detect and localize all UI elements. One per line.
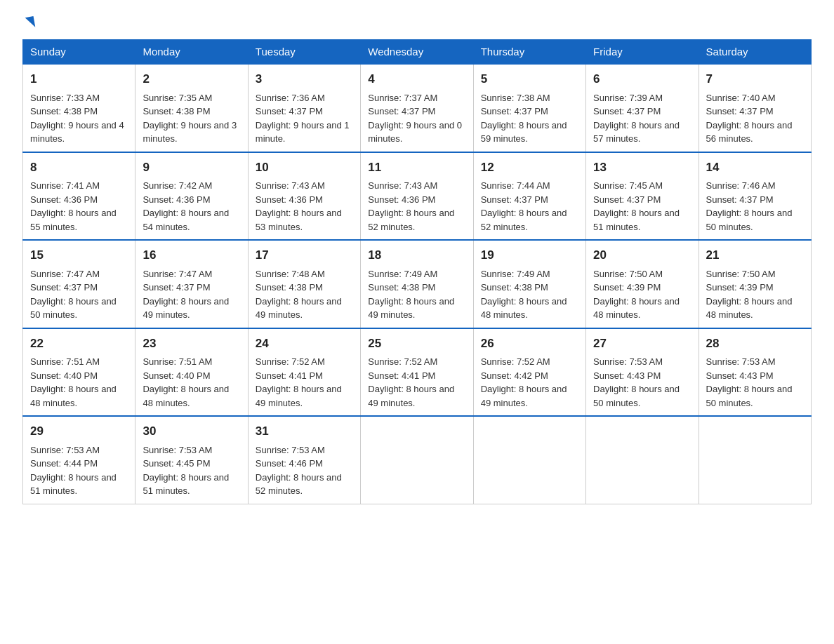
- day-number: 20: [593, 246, 691, 264]
- daylight-label: Daylight: 8 hours and 52 minutes.: [481, 208, 567, 232]
- daylight-label: Daylight: 8 hours and 48 minutes.: [143, 384, 229, 408]
- day-number: 8: [30, 159, 128, 177]
- calendar-cell: 25 Sunrise: 7:52 AM Sunset: 4:41 PM Dayl…: [361, 328, 473, 417]
- calendar-body: 1 Sunrise: 7:33 AM Sunset: 4:38 PM Dayli…: [23, 64, 812, 504]
- calendar-cell: 29 Sunrise: 7:53 AM Sunset: 4:44 PM Dayl…: [23, 416, 135, 504]
- daylight-label: Daylight: 8 hours and 49 minutes.: [368, 384, 454, 408]
- calendar-cell: 16 Sunrise: 7:47 AM Sunset: 4:37 PM Dayl…: [135, 240, 248, 328]
- calendar-week-2: 8 Sunrise: 7:41 AM Sunset: 4:36 PM Dayli…: [23, 152, 812, 241]
- sunrise-label: Sunrise: 7:41 AM: [30, 180, 100, 191]
- sunset-label: Sunset: 4:38 PM: [481, 282, 548, 293]
- sunrise-label: Sunrise: 7:50 AM: [706, 269, 776, 279]
- sunset-label: Sunset: 4:46 PM: [256, 458, 323, 469]
- daylight-label: Daylight: 8 hours and 52 minutes.: [256, 472, 342, 497]
- column-header-thursday: Thursday: [473, 40, 585, 65]
- sunrise-label: Sunrise: 7:47 AM: [143, 269, 212, 279]
- calendar-cell: 24 Sunrise: 7:52 AM Sunset: 4:41 PM Dayl…: [248, 328, 360, 417]
- logo: [22, 17, 34, 28]
- calendar-cell: 14 Sunrise: 7:46 AM Sunset: 4:37 PM Dayl…: [699, 152, 811, 241]
- calendar-cell: 8 Sunrise: 7:41 AM Sunset: 4:36 PM Dayli…: [23, 152, 135, 241]
- day-number: 16: [143, 246, 240, 264]
- calendar-cell: 5 Sunrise: 7:38 AM Sunset: 4:37 PM Dayli…: [473, 64, 585, 152]
- daylight-label: Daylight: 9 hours and 1 minute.: [256, 120, 350, 145]
- calendar-cell: 31 Sunrise: 7:53 AM Sunset: 4:46 PM Dayl…: [248, 416, 360, 504]
- calendar-cell: 20 Sunrise: 7:50 AM Sunset: 4:39 PM Dayl…: [586, 240, 699, 328]
- sunset-label: Sunset: 4:38 PM: [143, 106, 210, 116]
- calendar-cell: 17 Sunrise: 7:48 AM Sunset: 4:38 PM Dayl…: [248, 240, 360, 328]
- sunrise-label: Sunrise: 7:38 AM: [481, 93, 550, 103]
- sunset-label: Sunset: 4:40 PM: [143, 370, 210, 381]
- sunrise-label: Sunrise: 7:45 AM: [593, 180, 663, 191]
- calendar-week-3: 15 Sunrise: 7:47 AM Sunset: 4:37 PM Dayl…: [23, 240, 812, 328]
- day-number: 24: [256, 335, 353, 353]
- day-number: 23: [143, 335, 240, 353]
- day-number: 15: [30, 246, 128, 264]
- daylight-label: Daylight: 8 hours and 49 minutes.: [256, 296, 342, 321]
- sunset-label: Sunset: 4:43 PM: [593, 370, 661, 381]
- daylight-label: Daylight: 8 hours and 48 minutes.: [593, 296, 680, 321]
- calendar-cell: 19 Sunrise: 7:49 AM Sunset: 4:38 PM Dayl…: [473, 240, 585, 328]
- sunset-label: Sunset: 4:37 PM: [706, 106, 774, 116]
- calendar-week-4: 22 Sunrise: 7:51 AM Sunset: 4:40 PM Dayl…: [23, 328, 812, 417]
- calendar-cell: 27 Sunrise: 7:53 AM Sunset: 4:43 PM Dayl…: [586, 328, 699, 417]
- day-number: 1: [30, 70, 128, 88]
- column-header-friday: Friday: [586, 40, 699, 65]
- daylight-label: Daylight: 8 hours and 51 minutes.: [30, 472, 117, 497]
- calendar-cell: 12 Sunrise: 7:44 AM Sunset: 4:37 PM Dayl…: [473, 152, 585, 241]
- sunrise-label: Sunrise: 7:33 AM: [30, 93, 100, 103]
- daylight-label: Daylight: 8 hours and 50 minutes.: [706, 208, 793, 232]
- calendar-cell: [699, 416, 811, 504]
- calendar-cell: 30 Sunrise: 7:53 AM Sunset: 4:45 PM Dayl…: [135, 416, 248, 504]
- calendar-cell: 26 Sunrise: 7:52 AM Sunset: 4:42 PM Dayl…: [473, 328, 585, 417]
- day-number: 4: [368, 70, 465, 88]
- calendar-cell: 7 Sunrise: 7:40 AM Sunset: 4:37 PM Dayli…: [699, 64, 811, 152]
- sunset-label: Sunset: 4:36 PM: [368, 194, 435, 205]
- calendar-cell: [473, 416, 585, 504]
- day-number: 30: [143, 422, 240, 441]
- day-number: 25: [368, 335, 465, 353]
- day-number: 11: [368, 159, 465, 177]
- calendar-cell: 23 Sunrise: 7:51 AM Sunset: 4:40 PM Dayl…: [135, 328, 248, 417]
- sunrise-label: Sunrise: 7:51 AM: [30, 356, 100, 367]
- daylight-label: Daylight: 9 hours and 4 minutes.: [30, 120, 124, 145]
- logo-arrow-icon: [25, 16, 36, 29]
- sunrise-label: Sunrise: 7:53 AM: [30, 445, 100, 455]
- daylight-label: Daylight: 9 hours and 0 minutes.: [368, 120, 462, 145]
- daylight-label: Daylight: 8 hours and 48 minutes.: [706, 296, 793, 321]
- sunrise-label: Sunrise: 7:53 AM: [143, 445, 212, 455]
- sunrise-label: Sunrise: 7:52 AM: [481, 356, 550, 367]
- sunrise-label: Sunrise: 7:53 AM: [706, 356, 776, 367]
- sunrise-label: Sunrise: 7:49 AM: [481, 269, 550, 279]
- column-header-sunday: Sunday: [23, 40, 135, 65]
- calendar-cell: 9 Sunrise: 7:42 AM Sunset: 4:36 PM Dayli…: [135, 152, 248, 241]
- sunrise-label: Sunrise: 7:52 AM: [368, 356, 437, 367]
- calendar-cell: [361, 416, 473, 504]
- sunset-label: Sunset: 4:36 PM: [30, 194, 98, 205]
- sunset-label: Sunset: 4:44 PM: [30, 458, 98, 469]
- sunrise-label: Sunrise: 7:50 AM: [593, 269, 663, 279]
- day-number: 17: [256, 246, 353, 264]
- sunset-label: Sunset: 4:37 PM: [481, 194, 548, 205]
- daylight-label: Daylight: 8 hours and 56 minutes.: [706, 120, 793, 145]
- page-header: [22, 17, 812, 28]
- sunrise-label: Sunrise: 7:37 AM: [368, 93, 437, 103]
- calendar-cell: 15 Sunrise: 7:47 AM Sunset: 4:37 PM Dayl…: [23, 240, 135, 328]
- sunrise-label: Sunrise: 7:48 AM: [256, 269, 325, 279]
- sunrise-label: Sunrise: 7:36 AM: [256, 93, 325, 103]
- calendar-cell: 4 Sunrise: 7:37 AM Sunset: 4:37 PM Dayli…: [361, 64, 473, 152]
- day-number: 7: [706, 70, 804, 88]
- day-number: 18: [368, 246, 465, 264]
- calendar-week-1: 1 Sunrise: 7:33 AM Sunset: 4:38 PM Dayli…: [23, 64, 812, 152]
- calendar-header: SundayMondayTuesdayWednesdayThursdayFrid…: [23, 40, 812, 65]
- day-number: 21: [706, 246, 804, 264]
- calendar-week-5: 29 Sunrise: 7:53 AM Sunset: 4:44 PM Dayl…: [23, 416, 812, 504]
- day-number: 13: [593, 159, 691, 177]
- sunset-label: Sunset: 4:38 PM: [256, 282, 323, 293]
- day-number: 28: [706, 335, 804, 353]
- sunset-label: Sunset: 4:39 PM: [706, 282, 774, 293]
- calendar-cell: 2 Sunrise: 7:35 AM Sunset: 4:38 PM Dayli…: [135, 64, 248, 152]
- daylight-label: Daylight: 8 hours and 49 minutes.: [256, 384, 342, 408]
- sunset-label: Sunset: 4:40 PM: [30, 370, 98, 381]
- calendar-cell: 18 Sunrise: 7:49 AM Sunset: 4:38 PM Dayl…: [361, 240, 473, 328]
- sunset-label: Sunset: 4:37 PM: [706, 194, 774, 205]
